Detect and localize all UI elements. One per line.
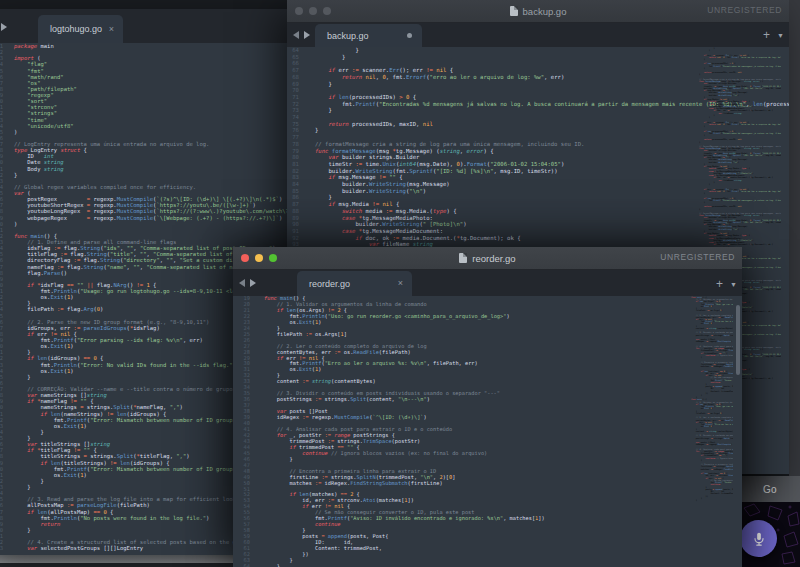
voice-search-area bbox=[740, 502, 800, 567]
history-forward-icon[interactable] bbox=[304, 31, 310, 39]
modified-dot-icon bbox=[407, 33, 412, 38]
window-title: backup.go bbox=[523, 6, 567, 17]
desktop-background-strip bbox=[789, 0, 800, 480]
microphone-icon bbox=[751, 531, 767, 547]
unregistered-label: UNREGISTERED bbox=[707, 5, 782, 15]
document-icon bbox=[510, 6, 518, 16]
tabbar-actions: + ▼ bbox=[716, 278, 737, 290]
minimap[interactable]: func main() { // 1. Validar os argumento… bbox=[691, 296, 733, 559]
tabbar-actions: + ▼ bbox=[763, 29, 784, 41]
tabbar: backup.go + ▼ bbox=[287, 23, 789, 47]
tab-reorder[interactable]: reorder.go × bbox=[297, 271, 412, 296]
titlebar[interactable]: reorder.go UNREGISTERED bbox=[233, 247, 742, 270]
document-icon bbox=[459, 253, 467, 263]
tab-logtohugo[interactable]: logtohugo.go × bbox=[38, 15, 123, 43]
background-window-titlebar bbox=[0, 555, 237, 563]
tab-label: backup.go bbox=[315, 31, 369, 41]
tabbar: reorder.go × + ▼ bbox=[233, 270, 742, 296]
tab-label: reorder.go bbox=[297, 279, 350, 289]
history-back-icon[interactable] bbox=[293, 31, 299, 39]
background-window-body bbox=[0, 563, 237, 567]
new-tab-icon[interactable]: + bbox=[763, 29, 770, 41]
titlebar[interactable]: backup.go UNREGISTERED bbox=[287, 0, 789, 23]
tab-backup[interactable]: backup.go bbox=[315, 24, 422, 47]
new-tab-icon[interactable]: + bbox=[716, 278, 723, 290]
mic-button[interactable] bbox=[740, 520, 777, 557]
tab-overflow-icon[interactable]: ▼ bbox=[777, 32, 784, 39]
tab-label: logtohugo.go bbox=[38, 24, 102, 34]
history-forward-icon[interactable] bbox=[1, 23, 7, 31]
go-button[interactable]: Go bbox=[740, 476, 800, 502]
history-back-icon[interactable] bbox=[239, 279, 245, 287]
unregistered-label: UNREGISTERED bbox=[660, 252, 735, 262]
code-editor[interactable]: 19func main() {20 // 1. Validar os argum… bbox=[233, 296, 742, 567]
window-title: reorder.go bbox=[472, 253, 515, 264]
voice-assistant-panel: Go bbox=[740, 476, 800, 567]
tab-overflow-icon[interactable]: ▼ bbox=[730, 281, 737, 288]
tab-close-icon[interactable]: × bbox=[109, 25, 114, 34]
tab-close-icon[interactable]: × bbox=[398, 279, 403, 288]
scrollbar-thumb[interactable] bbox=[736, 305, 740, 375]
window-reorder: reorder.go UNREGISTERED reorder.go × + ▼… bbox=[233, 247, 742, 567]
history-forward-icon[interactable] bbox=[250, 279, 256, 287]
